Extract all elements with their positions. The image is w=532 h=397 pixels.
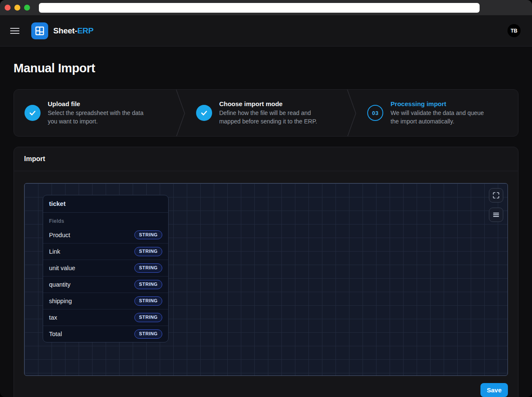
canvas-controls: [489, 188, 503, 222]
address-bar[interactable]: [39, 3, 480, 13]
step-title: Upload file: [48, 100, 148, 107]
field-row[interactable]: shipping STRING: [43, 293, 168, 309]
node-title: ticket: [49, 200, 162, 207]
field-name: unit value: [49, 265, 75, 271]
app-header: Sheet-ERP TB: [0, 15, 532, 47]
field-name: Product: [49, 232, 70, 238]
step-upload-file: Upload file Select the spreadsheet with …: [14, 90, 175, 136]
step-separator-chevron: [175, 90, 186, 137]
import-panel-footer: Save: [14, 376, 518, 397]
window-controls: [5, 5, 30, 11]
field-row[interactable]: Product STRING: [43, 227, 168, 243]
step-description: We will validate the data and queue the …: [390, 109, 491, 126]
field-name: shipping: [49, 298, 72, 304]
field-type-badge: STRING: [134, 247, 162, 256]
import-panel-title: Import: [24, 155, 508, 163]
mapping-canvas[interactable]: ticket Fields Product STRING Link STRING: [24, 183, 508, 376]
field-row[interactable]: Total STRING: [43, 326, 168, 342]
main-content: Manual Import Upload file Select the spr…: [0, 47, 532, 397]
field-name: tax: [49, 314, 57, 321]
step-title: Processing import: [390, 100, 491, 107]
field-row[interactable]: Link STRING: [43, 243, 168, 260]
import-stepper: Upload file Select the spreadsheet with …: [14, 89, 518, 137]
step-number-badge: 03: [367, 105, 383, 121]
fit-view-icon: [493, 192, 499, 199]
ticket-node[interactable]: ticket Fields Product STRING Link STRING: [43, 195, 169, 342]
step-separator-chevron: [346, 90, 357, 137]
field-name: Total: [49, 331, 62, 337]
brand-name: Sheet-ERP: [53, 26, 93, 36]
import-panel: Import ticket Fields Product STRING: [14, 147, 518, 397]
import-panel-header: Import: [14, 147, 518, 171]
close-window-button[interactable]: [5, 5, 11, 11]
browser-chrome: [0, 0, 532, 15]
brand-primary: Sheet-: [53, 26, 77, 35]
fields-section-label: Fields: [43, 213, 168, 227]
menu-icon: [493, 211, 499, 218]
browser-window: Sheet-ERP TB Manual Import Upload file S…: [0, 0, 532, 397]
field-name: Link: [49, 248, 60, 255]
node-header: ticket: [43, 195, 168, 213]
brand-accent: ERP: [77, 26, 93, 35]
check-icon: [25, 105, 41, 121]
zoom-window-button[interactable]: [24, 5, 30, 11]
user-avatar[interactable]: TB: [507, 24, 521, 37]
check-icon: [196, 105, 212, 121]
field-type-badge: STRING: [134, 263, 162, 272]
save-button[interactable]: Save: [480, 383, 508, 397]
field-row[interactable]: tax STRING: [43, 309, 168, 326]
field-row[interactable]: unit value STRING: [43, 260, 168, 276]
field-type-badge: STRING: [134, 280, 162, 289]
minimize-window-button[interactable]: [14, 5, 20, 11]
fit-view-button[interactable]: [489, 188, 503, 203]
field-type-badge: STRING: [134, 313, 162, 322]
step-description: Select the spreadsheet with the data you…: [48, 109, 148, 126]
canvas-menu-button[interactable]: [489, 208, 503, 222]
step-processing-import: 03 Processing import We will validate th…: [357, 90, 518, 136]
field-name: quantity: [49, 281, 71, 288]
field-type-badge: STRING: [134, 296, 162, 305]
step-title: Choose import mode: [219, 100, 320, 107]
step-choose-import-mode: Choose import mode Define how the file w…: [186, 90, 347, 136]
app-logo-icon[interactable]: [31, 22, 48, 39]
field-type-badge: STRING: [134, 230, 162, 239]
field-row[interactable]: quantity STRING: [43, 276, 168, 293]
step-description: Define how the file will be read and map…: [219, 109, 320, 126]
field-type-badge: STRING: [134, 329, 162, 338]
menu-icon[interactable]: [10, 28, 19, 34]
page-title: Manual Import: [14, 61, 518, 75]
